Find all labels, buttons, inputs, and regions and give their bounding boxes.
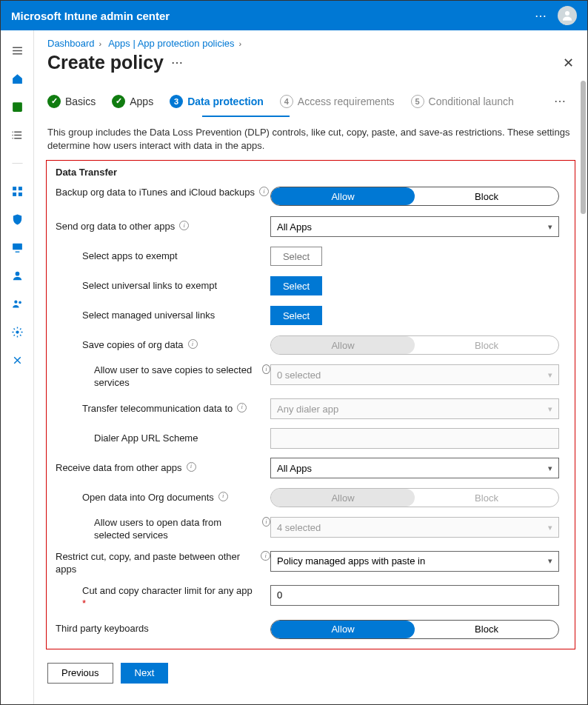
toggle-save-copies: Allow Block xyxy=(270,335,559,355)
select-restrict-ccp[interactable]: Policy managed apps with paste in▾ xyxy=(270,551,559,572)
rail-grid-icon[interactable] xyxy=(6,180,28,202)
next-button[interactable]: Next xyxy=(121,663,169,684)
label-open-docs: Open data into Org documentsi xyxy=(56,492,270,504)
label-exempt-ulinks: Select universal links to exempt xyxy=(56,280,270,293)
header-actions: ⋯ xyxy=(535,6,577,25)
chevron-down-icon: ▾ xyxy=(548,404,552,414)
breadcrumb-item[interactable]: Apps | App protection policies xyxy=(108,38,234,49)
user-avatar[interactable] xyxy=(558,6,577,25)
label-save-services: Allow user to save copies to selected se… xyxy=(56,364,270,390)
rail-people-icon[interactable] xyxy=(6,293,28,315)
pill-block[interactable]: Block xyxy=(415,187,558,205)
rail-settings-icon[interactable] xyxy=(6,321,28,343)
chevron-down-icon: ▾ xyxy=(548,523,552,532)
label-exempt-apps: Select apps to exempt xyxy=(56,250,270,263)
toggle-backup[interactable]: Allow Block xyxy=(270,187,559,206)
toggle-third-party-kb[interactable]: Allow Block xyxy=(270,620,559,639)
nav-rail xyxy=(1,30,34,704)
select-save-services: 0 selected▾ xyxy=(270,364,559,385)
step-apps[interactable]: ✓Apps xyxy=(112,95,153,108)
svg-point-14 xyxy=(16,330,19,333)
person-icon xyxy=(561,9,574,22)
select-open-services: 4 selected▾ xyxy=(270,517,559,538)
chevron-right-icon: › xyxy=(239,39,242,48)
info-icon[interactable]: i xyxy=(259,187,269,196)
svg-rect-8 xyxy=(13,192,16,196)
pill-block: Block xyxy=(415,336,558,354)
step-tabs: ✓Basics ✓Apps 3Data protection 4Access r… xyxy=(34,81,587,113)
svg-point-0 xyxy=(565,11,569,16)
chevron-down-icon: ▾ xyxy=(548,464,552,473)
app-header: Microsoft Intune admin center ⋯ xyxy=(1,1,587,30)
pill-block: Block xyxy=(415,489,558,507)
info-icon[interactable]: i xyxy=(262,517,270,527)
rail-list-icon[interactable] xyxy=(6,124,28,146)
step-conditional-launch[interactable]: 5Conditional launch xyxy=(411,95,514,108)
pill-allow[interactable]: Allow xyxy=(271,187,415,205)
step-basics[interactable]: ✓Basics xyxy=(47,95,96,108)
pill-block[interactable]: Block xyxy=(415,621,558,638)
svg-rect-7 xyxy=(18,187,21,190)
rail-divider xyxy=(6,152,28,174)
label-send-other: Send org data to other appsi xyxy=(56,221,270,233)
label-open-services: Allow users to open data from selected s… xyxy=(56,517,270,542)
info-icon[interactable]: i xyxy=(188,339,198,349)
highlighted-section: Data Transfer Backup org data to iTunes … xyxy=(46,160,575,649)
info-icon[interactable]: i xyxy=(218,492,228,501)
input-dialer-scheme xyxy=(270,428,559,449)
previous-button[interactable]: Previous xyxy=(47,663,113,684)
pill-allow: Allow xyxy=(271,489,415,507)
button-select-exempt-ulinks[interactable]: Select xyxy=(270,276,322,295)
chevron-down-icon: ▾ xyxy=(548,222,552,232)
svg-rect-10 xyxy=(13,243,22,250)
label-third-party-kb: Third party keyboards xyxy=(56,623,270,635)
section-header: Data Transfer xyxy=(56,167,566,178)
header-more-icon[interactable]: ⋯ xyxy=(535,9,547,23)
info-icon[interactable]: i xyxy=(262,364,270,374)
svg-point-4 xyxy=(12,138,13,138)
svg-point-3 xyxy=(12,134,13,135)
step-data-protection[interactable]: 3Data protection xyxy=(170,95,264,108)
svg-rect-9 xyxy=(18,192,21,196)
title-more-icon[interactable]: ⋯ xyxy=(171,56,184,70)
label-dialer-scheme: Dialer App URL Scheme xyxy=(56,432,270,445)
svg-rect-1 xyxy=(13,102,22,112)
close-icon[interactable]: ✕ xyxy=(563,55,574,71)
footer-actions: Previous Next xyxy=(34,655,587,694)
info-icon[interactable]: i xyxy=(179,221,189,230)
section-description: This group includes the Data Loss Preven… xyxy=(34,117,587,160)
pill-allow: Allow xyxy=(271,336,415,354)
rail-tools-icon[interactable] xyxy=(6,349,28,371)
select-receive[interactable]: All Apps▾ xyxy=(270,458,559,478)
info-icon[interactable]: i xyxy=(187,462,196,472)
toggle-open-docs: Allow Block xyxy=(270,488,559,507)
breadcrumb-item[interactable]: Dashboard xyxy=(47,38,95,49)
label-managed-ulinks: Select managed universal links xyxy=(56,310,270,322)
rail-home-icon[interactable] xyxy=(6,67,28,90)
pill-allow[interactable]: Allow xyxy=(271,621,415,638)
svg-rect-6 xyxy=(13,187,16,190)
rail-menu-icon[interactable] xyxy=(6,39,28,61)
step-access-requirements[interactable]: 4Access requirements xyxy=(280,95,395,108)
scrollbar-thumb[interactable] xyxy=(581,81,586,214)
label-telecom: Transfer telecommunication data toi xyxy=(56,403,270,415)
label-restrict-ccp: Restrict cut, copy, and paste between ot… xyxy=(56,551,270,576)
rail-monitor-icon[interactable] xyxy=(6,236,28,258)
button-select-managed-ulinks[interactable]: Select xyxy=(270,306,322,325)
label-char-limit: Cut and copy character limit for any app… xyxy=(56,585,270,610)
label-save-copies: Save copies of org datai xyxy=(56,339,270,352)
rail-shield-icon[interactable] xyxy=(6,208,28,230)
input-char-limit[interactable] xyxy=(270,585,559,606)
chevron-down-icon: ▾ xyxy=(548,370,552,380)
app-title: Microsoft Intune admin center xyxy=(11,10,170,22)
info-icon[interactable]: i xyxy=(237,403,247,412)
main-panel: Dashboard› Apps | App protection policie… xyxy=(34,30,587,704)
rail-person-icon[interactable] xyxy=(6,264,28,287)
select-send-other[interactable]: All Apps▾ xyxy=(270,216,559,237)
button-select-exempt-apps[interactable]: Select xyxy=(270,247,322,266)
steps-more-icon[interactable]: ⋯ xyxy=(554,94,567,108)
select-telecom: Any dialer app▾ xyxy=(270,398,559,419)
rail-dashboard-icon[interactable] xyxy=(6,96,28,118)
info-icon[interactable]: i xyxy=(261,551,270,561)
svg-point-13 xyxy=(19,301,21,304)
